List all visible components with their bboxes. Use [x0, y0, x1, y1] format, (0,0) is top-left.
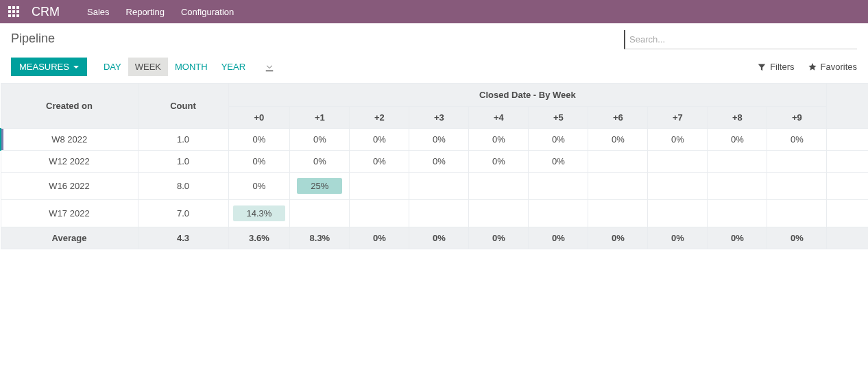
data-cell[interactable]: 0%	[228, 173, 290, 200]
data-cell[interactable]	[469, 173, 529, 200]
data-cell[interactable]: 0%	[228, 129, 290, 151]
average-cell: 0%	[588, 227, 648, 249]
data-cell[interactable]: 0%	[469, 151, 529, 173]
nav-link-reporting[interactable]: Reporting	[126, 7, 165, 17]
data-cell[interactable]	[409, 200, 469, 227]
data-cell[interactable]	[648, 173, 708, 200]
data-cell-trail	[827, 151, 868, 173]
average-cell: 0%	[767, 227, 827, 249]
data-cell[interactable]	[588, 200, 648, 227]
period-header[interactable]: +6	[588, 107, 648, 129]
data-cell[interactable]	[708, 151, 767, 173]
period-header[interactable]: +5	[529, 107, 588, 129]
svg-rect-0	[8, 6, 11, 9]
data-cell[interactable]: 0%	[529, 129, 588, 151]
nav-link-configuration[interactable]: Configuration	[181, 7, 234, 17]
row-count[interactable]: 8.0	[138, 173, 228, 200]
average-cell: 0%	[648, 227, 708, 249]
range-week[interactable]: WEEK	[128, 58, 168, 76]
data-cell[interactable]	[529, 200, 588, 227]
row-label[interactable]: W17 2022	[1, 200, 138, 227]
data-cell[interactable]: 0%	[409, 151, 469, 173]
download-icon	[265, 62, 274, 72]
svg-rect-8	[16, 14, 19, 17]
period-header[interactable]: +0	[228, 107, 290, 129]
data-cell[interactable]: 0%	[708, 129, 767, 151]
download-button[interactable]	[258, 58, 281, 76]
data-cell[interactable]	[290, 200, 350, 227]
range-month[interactable]: MONTH	[168, 58, 215, 76]
col-count[interactable]: Count	[138, 84, 228, 129]
data-cell[interactable]	[648, 200, 708, 227]
average-cell: 0%	[409, 227, 469, 249]
row-label[interactable]: W16 2022	[1, 173, 138, 200]
data-cell[interactable]	[708, 173, 767, 200]
data-cell[interactable]: 0%	[290, 129, 350, 151]
data-cell[interactable]	[708, 200, 767, 227]
data-cell[interactable]	[588, 151, 648, 173]
row-count[interactable]: 7.0	[138, 200, 228, 227]
svg-rect-3	[8, 10, 11, 13]
range-day[interactable]: DAY	[97, 58, 128, 76]
average-cell-trail	[827, 227, 868, 249]
period-header[interactable]: +3	[409, 107, 469, 129]
data-cell[interactable]	[409, 173, 469, 200]
data-cell[interactable]	[588, 173, 648, 200]
cohort-table: Created on Count Closed Date - By Week +…	[0, 83, 868, 249]
data-cell[interactable]: 0%	[409, 129, 469, 151]
data-cell[interactable]: 0%	[350, 129, 409, 151]
data-cell[interactable]: 0%	[588, 129, 648, 151]
data-cell[interactable]	[350, 173, 409, 200]
apps-icon[interactable]	[8, 6, 19, 17]
average-cell: 3.6%	[228, 227, 290, 249]
data-cell[interactable]: 0%	[350, 151, 409, 173]
period-header[interactable]: +4	[469, 107, 529, 129]
data-cell[interactable]	[350, 200, 409, 227]
period-header[interactable]: +8	[708, 107, 767, 129]
data-cell[interactable]	[648, 151, 708, 173]
data-cell[interactable]	[767, 173, 827, 200]
data-cell-trail	[827, 173, 868, 200]
data-cell[interactable]: 25%	[290, 173, 350, 200]
average-count: 4.3	[138, 227, 228, 249]
svg-rect-6	[8, 14, 11, 17]
period-header[interactable]: +1	[290, 107, 350, 129]
average-cell: 8.3%	[290, 227, 350, 249]
data-cell[interactable]: 14.3%	[228, 200, 290, 227]
data-cell[interactable]: 0%	[228, 151, 290, 173]
data-cell[interactable]: 0%	[648, 129, 708, 151]
period-header[interactable]: +7	[648, 107, 708, 129]
range-year[interactable]: YEAR	[215, 58, 252, 76]
navbar: CRM Sales Reporting Configuration	[0, 0, 868, 23]
data-cell[interactable]	[469, 200, 529, 227]
data-cell[interactable]	[767, 200, 827, 227]
svg-rect-1	[12, 6, 15, 9]
average-cell: 0%	[529, 227, 588, 249]
col-created-on[interactable]: Created on	[1, 84, 138, 129]
average-cell: 0%	[350, 227, 409, 249]
app-brand[interactable]: CRM	[32, 5, 60, 19]
measures-label: MEASURES	[19, 62, 69, 72]
period-header[interactable]: +2	[350, 107, 409, 129]
search-input[interactable]	[624, 30, 857, 49]
data-cell[interactable]	[529, 173, 588, 200]
filters-button[interactable]: Filters	[758, 62, 794, 72]
data-cell[interactable]: 0%	[469, 129, 529, 151]
page-title: Pipeline	[11, 30, 55, 46]
nav-link-sales[interactable]: Sales	[87, 7, 110, 17]
data-cell[interactable]	[767, 151, 827, 173]
data-cell[interactable]: 0%	[767, 129, 827, 151]
table-row: W12 20221.00%0%0%0%0%0%	[1, 151, 868, 173]
data-cell[interactable]: 0%	[290, 151, 350, 173]
filter-icon	[758, 63, 766, 71]
row-label[interactable]: W12 2022	[1, 151, 138, 173]
favorites-button[interactable]: Favorites	[808, 62, 857, 72]
row-count[interactable]: 1.0	[138, 151, 228, 173]
row-label[interactable]: W8 2022	[1, 129, 138, 151]
average-label: Average	[1, 227, 138, 249]
data-cell[interactable]: 0%	[529, 151, 588, 173]
col-super-header: Closed Date - By Week	[228, 84, 827, 107]
measures-button[interactable]: MEASURES	[11, 58, 87, 76]
row-count[interactable]: 1.0	[138, 129, 228, 151]
period-header[interactable]: +9	[767, 107, 827, 129]
